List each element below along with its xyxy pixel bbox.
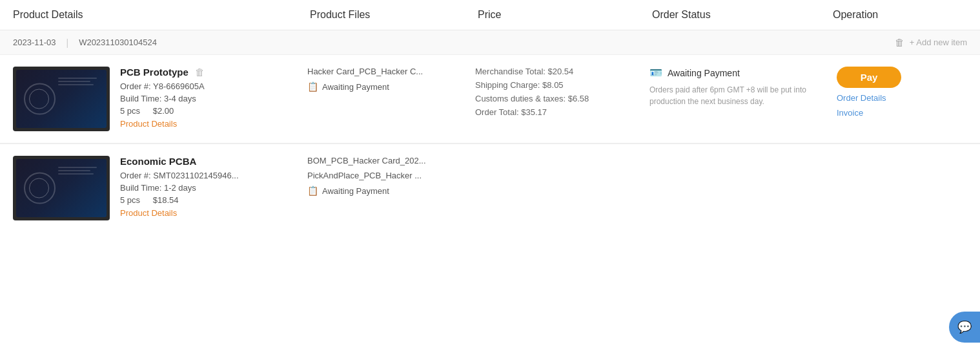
payment-file-icon-2: 📋 [307,186,318,196]
payment-file-icon-1: 📋 [307,81,318,92]
merchandise-total-1: Merchandise Total: $20.54 [475,67,649,76]
customs-1: Customs duties & taxes: $6.58 [475,94,649,103]
pcb-line-6 [58,173,94,175]
order-subheader: 2023-11-03 | W202311030104524 🗑 + Add ne… [0,30,980,55]
pcb-line-1 [58,78,97,79]
add-new-item-button[interactable]: + Add new item [910,37,967,47]
product-row-2: Economic PCBA Order #: SMT0231102145946.… [0,144,980,232]
payment-status-line-2: 📋 Awaiting Payment [307,186,475,196]
product-qty-1: 5 pcs [120,106,140,116]
pcb-text-area-1 [58,78,100,87]
chat-icon: 💬 [957,320,972,334]
order-table: Product Details Product Files Price Orde… [0,0,980,362]
files-col-2: BOM_PCB_Hacker Card_202... PickAndPlace_… [307,156,475,196]
product-name-1: PCB Prototype [120,67,189,78]
header-order-status: Order Status [652,9,833,21]
pay-button-1[interactable]: Pay [837,67,901,88]
payment-status-text-2: Awaiting Payment [322,186,389,196]
pcb-line-5 [58,170,90,171]
product-details-link-2[interactable]: Product Details [120,208,177,218]
chat-fab-button[interactable]: 💬 [949,312,980,343]
product-trash-icon-1[interactable]: 🗑 [195,67,205,78]
product-name-2: Economic PCBA [120,156,196,167]
order-total-1: Order Total: $35.17 [475,107,649,117]
product-name-row-2: Economic PCBA [120,156,307,167]
product-unit-price-2: $18.54 [153,195,179,205]
operation-col-1: Pay Order Details Invoice [830,67,967,118]
pcb-line-3 [58,84,94,85]
product-name-row-1: PCB Prototype 🗑 [120,67,307,78]
status-col-1: 🪪 Awaiting Payment Orders paid after 6pm… [649,67,830,107]
status-note-1: Orders paid after 6pm GMT +8 will be put… [649,84,830,107]
file-entry-2a: BOM_PCB_Hacker Card_202... [307,156,475,165]
product-qty-price-2: 5 pcs $18.54 [120,195,307,205]
product-row-1: PCB Prototype 🗑 Order #: Y8-6669605A Bui… [0,55,980,144]
product-qty-2: 5 pcs [120,195,140,205]
file-entry-1: Hacker Card_PCB_Hacker C... [307,67,475,76]
product-order-number-2: Order #: SMT0231102145946... [120,171,307,180]
order-details-link-1[interactable]: Order Details [837,93,886,103]
pcb-text-area-2 [58,167,100,176]
product-image-2 [13,156,110,220]
pcb-line-4 [58,167,97,168]
price-col-1: Merchandise Total: $20.54 Shipping Charg… [475,67,649,121]
table-header: Product Details Product Files Price Orde… [0,0,980,30]
pcb-visual-2 [16,159,107,217]
order-trash-icon[interactable]: 🗑 [895,37,904,48]
date-separator: | [66,37,69,48]
invoice-link-1[interactable]: Invoice [837,108,863,118]
product-info-1: PCB Prototype 🗑 Order #: Y8-6669605A Bui… [120,67,307,129]
file-entry-2b: PickAndPlace_PCB_Hacker ... [307,171,475,180]
header-operation: Operation [833,9,967,21]
header-product-files: Product Files [310,9,478,21]
order-date: 2023-11-03 [13,37,56,47]
shipping-charge-1: Shipping Charge: $8.05 [475,80,649,90]
product-order-number-1: Order #: Y8-6669605A [120,81,307,91]
payment-status-text-1: Awaiting Payment [322,82,389,92]
header-product-details: Product Details [13,9,310,21]
pcb-visual-1 [16,70,107,128]
product-details-link-1[interactable]: Product Details [120,119,177,129]
status-icon-1: 🪪 [649,67,662,79]
status-label-1: Awaiting Payment [668,68,740,78]
order-id: W202311030104524 [79,37,157,47]
status-header-1: 🪪 Awaiting Payment [649,67,830,79]
product-build-time-2: Build Time: 1-2 days [120,183,307,193]
header-price: Price [478,9,652,21]
product-unit-price-1: $2.00 [153,106,174,116]
payment-status-line-1: 📋 Awaiting Payment [307,81,475,92]
order-actions: 🗑 + Add new item [895,37,967,48]
product-image-1 [13,67,110,131]
files-col-1: Hacker Card_PCB_Hacker C... 📋 Awaiting P… [307,67,475,92]
product-build-time-1: Build Time: 3-4 days [120,94,307,103]
pcb-line-2 [58,81,90,82]
product-qty-price-1: 5 pcs $2.00 [120,106,307,116]
product-info-2: Economic PCBA Order #: SMT0231102145946.… [120,156,307,218]
